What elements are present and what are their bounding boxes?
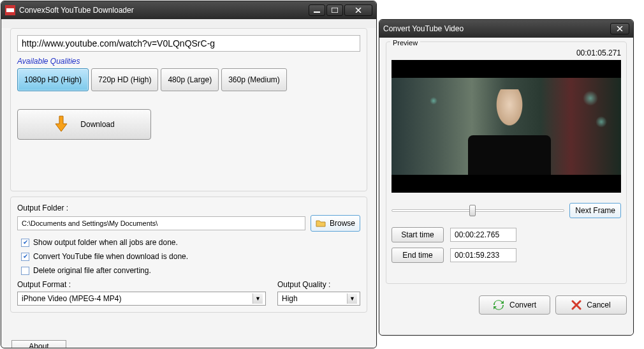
qualities-label: Available Qualities xyxy=(17,57,360,66)
close-button[interactable] xyxy=(344,4,372,16)
refresh-icon xyxy=(493,299,504,311)
quality-480p[interactable]: 480p (Large) xyxy=(161,68,219,91)
output-format-value: iPhone Video (MPEG-4 MP4) xyxy=(22,294,122,303)
output-quality-select[interactable]: High ▼ xyxy=(277,292,360,306)
convert-button[interactable]: Convert xyxy=(479,295,550,315)
close-icon xyxy=(571,300,582,310)
chevron-down-icon: ▼ xyxy=(252,293,263,304)
cancel-button[interactable]: Cancel xyxy=(555,295,627,315)
app-icon xyxy=(5,5,15,15)
convert-after-checkbox[interactable] xyxy=(21,253,29,261)
minimize-button[interactable] xyxy=(309,4,325,16)
svg-rect-2 xyxy=(314,11,320,13)
about-button[interactable]: About xyxy=(11,340,66,348)
download-icon xyxy=(54,115,69,134)
convert-after-label: Convert YouTube file when download is do… xyxy=(33,252,188,261)
browse-label: Browse xyxy=(330,219,355,228)
titlebar[interactable]: Convert YouTube Video xyxy=(379,20,633,38)
output-format-select[interactable]: iPhone Video (MPEG-4 MP4) ▼ xyxy=(17,292,266,306)
maximize-button[interactable] xyxy=(326,4,343,16)
end-time-button[interactable]: End time xyxy=(392,248,444,263)
slider-thumb[interactable] xyxy=(469,205,476,216)
chevron-down-icon: ▼ xyxy=(347,293,357,304)
folder-icon xyxy=(316,219,326,228)
quality-720p[interactable]: 720p HD (High) xyxy=(91,68,158,91)
cancel-label: Cancel xyxy=(587,301,610,309)
download-label: Download xyxy=(80,120,114,129)
next-frame-button[interactable]: Next Frame xyxy=(569,203,621,218)
input-panel: Available Qualities 1080p HD (High) 720p… xyxy=(10,28,367,191)
show-folder-label: Show output folder when all jobs are don… xyxy=(33,238,178,247)
output-folder-label: Output Folder : xyxy=(17,204,360,212)
delete-original-checkbox[interactable] xyxy=(21,267,29,275)
show-folder-checkbox[interactable] xyxy=(21,239,29,247)
output-folder-input[interactable] xyxy=(17,216,305,230)
output-format-label: Output Format : xyxy=(17,280,266,289)
downloader-window: ConvexSoft YouTube Downloader Available … xyxy=(1,1,377,348)
convert-window: Convert YouTube Video Preview 00:01:05.2… xyxy=(379,19,634,336)
preview-group: Preview 00:01:05.271 Next Frame Start ti… xyxy=(386,41,627,284)
delete-original-label: Delete original file after converting. xyxy=(33,266,151,275)
quality-1080p[interactable]: 1080p HD (High) xyxy=(17,68,89,91)
close-button[interactable] xyxy=(610,23,629,34)
output-quality-value: High xyxy=(282,294,298,303)
window-title: ConvexSoft YouTube Downloader xyxy=(19,6,309,15)
url-input[interactable] xyxy=(17,35,360,52)
output-quality-label: Output Quality : xyxy=(277,280,360,289)
titlebar[interactable]: ConvexSoft YouTube Downloader xyxy=(1,1,376,19)
window-title: Convert YouTube Video xyxy=(383,24,610,33)
video-preview xyxy=(392,60,621,193)
end-time-input[interactable] xyxy=(450,248,516,262)
timeline-slider[interactable] xyxy=(392,205,564,216)
quality-360p[interactable]: 360p (Medium) xyxy=(221,68,287,91)
convert-label: Convert xyxy=(509,301,536,309)
start-time-input[interactable] xyxy=(450,228,516,242)
output-panel: Output Folder : Browse Show output folde… xyxy=(10,197,367,313)
svg-rect-1 xyxy=(6,8,14,12)
browse-button[interactable]: Browse xyxy=(311,215,360,232)
download-button[interactable]: Download xyxy=(17,109,151,140)
current-timecode: 00:01:05.271 xyxy=(392,48,621,57)
svg-rect-3 xyxy=(332,8,338,13)
start-time-button[interactable]: Start time xyxy=(392,227,444,242)
preview-label: Preview xyxy=(390,39,420,47)
